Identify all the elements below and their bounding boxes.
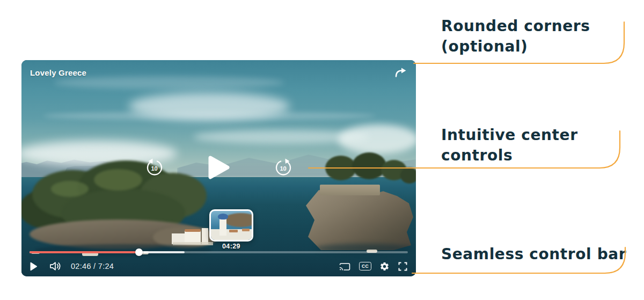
page: Rounded corners (optional) Intuitive cen… (0, 0, 644, 300)
volume-button[interactable] (49, 260, 62, 273)
settings-button[interactable] (379, 260, 390, 273)
annotation-line: Rounded corners (441, 16, 590, 36)
thumb-roof (242, 229, 250, 231)
cast-button[interactable] (339, 260, 351, 273)
video-player: Lovely Greece 10 (21, 60, 416, 276)
cast-icon (339, 261, 351, 272)
time-display: 02:46 / 7:24 (71, 262, 114, 270)
center-play-button[interactable] (207, 155, 231, 180)
scene-ruin-wall (320, 185, 380, 195)
rewind-10-button[interactable]: 10 (145, 158, 164, 177)
play-icon (207, 155, 231, 180)
play-button[interactable] (30, 260, 38, 273)
progress-scrubber[interactable] (135, 248, 143, 256)
annotation-line: controls (441, 145, 578, 166)
forward-10-button[interactable]: 10 (274, 158, 293, 177)
scene-pine (325, 156, 356, 180)
progress-bar[interactable] (30, 249, 408, 255)
captions-button[interactable]: CC (359, 260, 371, 273)
annotation-line: Seamless control bar (441, 244, 626, 265)
share-arrow-icon (394, 67, 408, 78)
fullscreen-icon (398, 261, 408, 272)
progress-played (30, 251, 139, 253)
seek-preview-thumbnail[interactable] (209, 209, 253, 242)
annotation-center-controls: Intuitive center controls (441, 125, 578, 166)
scene-cloud (54, 76, 284, 89)
center-controls: 10 10 (145, 155, 293, 180)
control-bar-left: 02:46 / 7:24 (30, 260, 114, 273)
control-bar: 02:46 / 7:24 CC (30, 259, 408, 274)
scene-rocks (306, 190, 413, 250)
scene-cloud (193, 130, 370, 144)
rewind-seconds-label: 10 (145, 158, 164, 177)
scene-roof (185, 229, 201, 232)
thumb-bell-tower (219, 217, 226, 236)
scene-trees (94, 169, 142, 191)
annotation-line: Intuitive center (441, 125, 578, 145)
scene-dock (173, 242, 213, 245)
scene-cloud (43, 112, 376, 120)
scene-island-right (305, 163, 416, 252)
thumb-blue-dome (218, 214, 228, 219)
scene-pine (352, 152, 386, 179)
settings-gear-icon (379, 261, 390, 272)
scene-trees (51, 181, 89, 197)
play-icon (30, 262, 38, 271)
annotation-line: (optional) (441, 36, 590, 57)
volume-icon (49, 261, 62, 271)
video-title: Lovely Greece (30, 68, 86, 77)
thumb-hill (224, 213, 253, 227)
scene-pine (400, 167, 416, 184)
share-button[interactable] (393, 65, 408, 79)
fullscreen-button[interactable] (398, 260, 408, 273)
closed-captions-icon: CC (359, 262, 371, 270)
scene-village (172, 228, 215, 246)
annotation-control-bar: Seamless control bar (441, 244, 626, 265)
forward-seconds-label: 10 (274, 158, 293, 177)
thumb-roof (229, 230, 238, 232)
control-bar-right: CC (331, 260, 408, 273)
annotation-rounded-corners: Rounded corners (optional) (441, 16, 590, 57)
